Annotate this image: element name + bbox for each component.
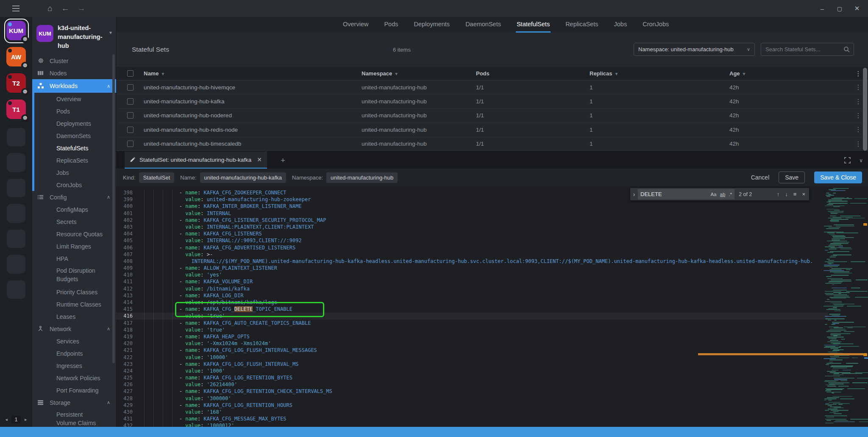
- cluster-avatar-aw[interactable]: AW☸: [4, 45, 28, 69]
- code-line-420[interactable]: 420 value: '-Xmx1024m -Xms1024m': [116, 340, 828, 347]
- code-line-404[interactable]: 404 - name: KAFKA_CFG_LISTENERS: [116, 230, 828, 237]
- sidebar-item-pods[interactable]: Pods: [32, 105, 116, 117]
- table-row-united-manufacturing-hub-nodered[interactable]: united-manufacturing-hub-noderedunited-m…: [117, 109, 868, 123]
- code-line-406[interactable]: 406 - name: KAFKA_CFG_ADVERTISED_LISTENE…: [116, 244, 828, 251]
- tab-jobs[interactable]: Jobs: [613, 17, 628, 33]
- sidebar-item-endpoints[interactable]: Endpoints: [32, 347, 116, 360]
- code-line-410[interactable]: 410 value: 'yes': [116, 271, 828, 278]
- code-line-413[interactable]: 413 - name: KAFKA_LOG_DIR: [116, 292, 828, 299]
- page-next-icon[interactable]: ►: [24, 418, 28, 422]
- sidebar-item-services[interactable]: Services: [32, 335, 116, 347]
- sidebar-item-overview[interactable]: Overview: [32, 93, 116, 105]
- find-next-icon[interactable]: ↓: [785, 191, 788, 197]
- row-menu-icon[interactable]: ⋮: [855, 140, 862, 147]
- editor-code[interactable]: 398 - name: KAFKA_CFG_ZOOKEEPER_CONNECT3…: [116, 189, 828, 427]
- sidebar-item-cluster[interactable]: ☸Cluster: [32, 55, 116, 67]
- back-button[interactable]: ←: [59, 0, 71, 17]
- sidebar-item-runtime-classes[interactable]: Runtime Classes: [32, 298, 116, 310]
- code-line-401[interactable]: 401 value: INTERNAL: [116, 210, 828, 217]
- sidebar-item-jobs[interactable]: Jobs: [32, 166, 116, 179]
- dock-tab-statefulset-kafka[interactable]: StatefulSet: united-manufacturing-hub-ka…: [125, 152, 267, 169]
- code-line-426[interactable]: 426 value: '26214400': [116, 381, 828, 388]
- cluster-switcher[interactable]: KUM k3d-united-manufacturing-hub ▾: [32, 17, 116, 55]
- save-button[interactable]: Save: [779, 171, 805, 183]
- code-line-430[interactable]: 430 value: '168': [116, 409, 828, 415]
- column-header-namespace[interactable]: Namespace▼: [362, 70, 476, 77]
- forward-button[interactable]: →: [75, 0, 87, 17]
- code-line-407[interactable]: 407 value: >-: [116, 251, 828, 258]
- find-close-icon[interactable]: ×: [802, 191, 805, 197]
- code-line-419[interactable]: 419 - name: KAFKA_HEAP_OPTS: [116, 333, 828, 340]
- sidebar-item-storage[interactable]: Storage∧: [32, 396, 116, 409]
- table-menu-icon[interactable]: ⋮: [855, 70, 862, 77]
- select-all-checkbox[interactable]: [127, 70, 134, 77]
- cluster-avatar-t1[interactable]: T1☸: [4, 97, 28, 121]
- code-line-402[interactable]: 402 - name: KAFKA_CFG_LISTENER_SECURITY_…: [116, 217, 828, 224]
- column-header-replicas[interactable]: Replicas▼: [590, 70, 729, 77]
- table-row-united-manufacturing-hub-redis-node[interactable]: united-manufacturing-hub-redis-nodeunite…: [117, 123, 868, 137]
- find-prev-icon[interactable]: ↑: [777, 191, 780, 197]
- table-scrollbar[interactable]: [863, 68, 867, 151]
- code-line-432[interactable]: 432 value: '1000012': [116, 422, 828, 427]
- add-tab-button[interactable]: +: [276, 152, 289, 169]
- code-line-425[interactable]: 425 - name: KAFKA_CFG_LOG_RETENTION_BYTE…: [116, 374, 828, 381]
- sidebar-item-daemonsets[interactable]: DaemonSets: [32, 130, 116, 142]
- sidebar-item-hpa[interactable]: HPA: [32, 252, 116, 265]
- page-prev-icon[interactable]: ◄: [5, 418, 8, 422]
- sidebar-item-deployments[interactable]: Deployments: [32, 117, 116, 130]
- chevron-up-icon[interactable]: ∧: [107, 194, 110, 200]
- sidebar-item-network-policies[interactable]: Network Policies: [32, 372, 116, 384]
- tab-overview[interactable]: Overview: [342, 17, 369, 33]
- sidebar-item-secrets[interactable]: Secrets: [32, 216, 116, 228]
- tab-deployments[interactable]: Deployments: [413, 17, 451, 33]
- code-line-423[interactable]: 423 - name: KAFKA_CFG_LOG_FLUSH_INTERVAL…: [116, 361, 828, 368]
- find-input[interactable]: DELETE Aa ab .*: [638, 189, 734, 199]
- sidebar-item-leases[interactable]: Leases: [32, 310, 116, 323]
- sidebar-item-nodes[interactable]: Nodes: [32, 67, 116, 79]
- chevron-up-icon[interactable]: ∧: [107, 400, 110, 405]
- code-line-405[interactable]: 405 value: INTERNAL://:9093,CLIENT://:90…: [116, 237, 828, 244]
- code-line-428[interactable]: 428 value: '300000': [116, 395, 828, 402]
- row-menu-icon[interactable]: ⋮: [855, 98, 862, 105]
- column-header-pods[interactable]: Pods: [476, 70, 590, 77]
- row-checkbox[interactable]: [127, 84, 134, 91]
- maximize-button[interactable]: ▢: [832, 0, 847, 17]
- code-line-417[interactable]: 417 - name: KAFKA_CFG_AUTO_CREATE_TOPICS…: [116, 320, 828, 326]
- cancel-button[interactable]: Cancel: [751, 174, 770, 181]
- sidebar-item-port-forwarding[interactable]: Port Forwarding: [32, 384, 116, 396]
- column-header-name[interactable]: Name▼: [144, 70, 362, 77]
- row-checkbox[interactable]: [127, 127, 134, 133]
- sidebar-item-cronjobs[interactable]: CronJobs: [32, 179, 116, 191]
- tab-pods[interactable]: Pods: [383, 17, 399, 33]
- row-checkbox[interactable]: [127, 141, 134, 147]
- sidebar-item-config[interactable]: Config∧: [32, 191, 116, 203]
- code-line-424[interactable]: 424 value: '1000': [116, 368, 828, 374]
- row-checkbox[interactable]: [127, 98, 134, 105]
- sidebar-item-statefulsets[interactable]: StatefulSets: [32, 142, 116, 154]
- minimize-button[interactable]: –: [815, 0, 829, 17]
- code-line-418[interactable]: 418 value: 'true': [116, 326, 828, 333]
- editor-minimap[interactable]: [821, 186, 862, 427]
- sidebar-scrollbar[interactable]: [112, 54, 115, 363]
- column-header-age[interactable]: Age▼: [729, 70, 848, 77]
- maximize-dock-icon[interactable]: [844, 157, 851, 163]
- row-menu-icon[interactable]: ⋮: [855, 112, 862, 119]
- code-line-429[interactable]: 429 - name: KAFKA_CFG_LOG_RETENTION_HOUR…: [116, 402, 828, 409]
- chevron-up-icon[interactable]: ∧: [107, 326, 110, 332]
- table-row-united-manufacturing-hub-hivemqce[interactable]: united-manufacturing-hub-hivemqceunited-…: [117, 80, 868, 94]
- code-line-416[interactable]: 416 value: 'true': [116, 313, 828, 319]
- whole-word-icon[interactable]: ab: [720, 192, 726, 197]
- row-checkbox[interactable]: [127, 112, 134, 119]
- sidebar-item-ingresses[interactable]: Ingresses: [32, 360, 116, 372]
- close-tab-icon[interactable]: ✕: [257, 156, 262, 163]
- code-line-414[interactable]: 414 value: /opt/bitnami/kafka/logs: [116, 299, 828, 306]
- tab-replicasets[interactable]: ReplicaSets: [565, 17, 599, 33]
- match-case-icon[interactable]: Aa: [710, 192, 716, 197]
- sidebar-item-resource-quotas[interactable]: Resource Quotas: [32, 228, 116, 240]
- sidebar-item-pod-disruption-budgets[interactable]: Pod Disruption Budgets: [32, 265, 116, 286]
- sidebar-item-priority-classes[interactable]: Priority Classes: [32, 286, 116, 298]
- cluster-avatar-kum[interactable]: KUM☸: [4, 19, 28, 42]
- code-line-411[interactable]: 411 - name: KAFKA_VOLUME_DIR: [116, 278, 828, 285]
- code-line-412[interactable]: 412 value: /bitnami/kafka: [116, 285, 828, 292]
- code-line-403[interactable]: 403 value: INTERNAL:PLAINTEXT,CLIENT:PLA…: [116, 224, 828, 230]
